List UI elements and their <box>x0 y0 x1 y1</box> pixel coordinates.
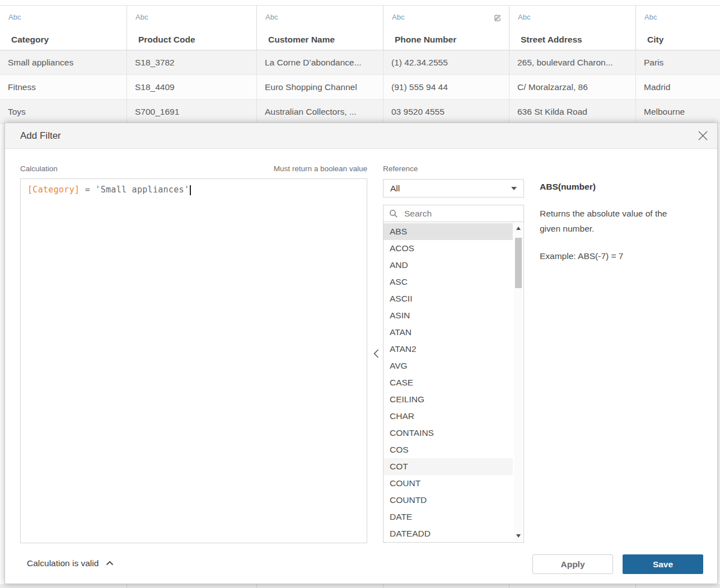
function-list-scrollbar[interactable] <box>514 223 522 541</box>
table-cell: S700_1691 <box>127 100 256 124</box>
table-cell: Small appliances <box>0 50 127 74</box>
grid-column-divider <box>635 584 720 588</box>
table-cell: 03 9520 4555 <box>383 100 509 124</box>
function-item-count[interactable]: COUNT <box>384 475 513 492</box>
function-item-asin[interactable]: ASIN <box>384 307 513 324</box>
table-cell: S18_3782 <box>127 50 256 74</box>
calculation-label-row: Calculation Must return a boolean value <box>20 164 367 173</box>
table-cell: Toys <box>0 100 127 124</box>
reference-label: Reference <box>383 164 418 173</box>
close-button[interactable] <box>696 130 709 142</box>
validation-status-text: Calculation is valid <box>27 558 99 568</box>
function-item-countd[interactable]: COUNTD <box>384 492 513 509</box>
dialog-header: Add Filter <box>5 123 717 149</box>
scrollbar-down-button[interactable] <box>514 532 522 540</box>
column-type-label: Abc <box>518 13 530 21</box>
grid-column-divider <box>127 584 256 588</box>
function-item-acos[interactable]: ACOS <box>384 240 513 257</box>
search-input[interactable] <box>403 208 518 219</box>
column-header-product-code[interactable]: AbcProduct Code <box>127 6 256 50</box>
function-item-char[interactable]: CHAR <box>384 408 513 425</box>
column-type-label: Abc <box>392 13 404 21</box>
table-cell: (91) 555 94 44 <box>383 75 509 99</box>
apply-button[interactable]: Apply <box>532 554 613 574</box>
column-header-label: Phone Number <box>392 35 502 45</box>
calculation-code: [Category] = 'Small appliances' <box>21 179 367 201</box>
code-field-token: [Category] <box>27 185 80 195</box>
column-header-label: Customer Name <box>265 35 376 45</box>
table-cell: Euro Shopping Channel <box>256 75 383 99</box>
table-row[interactable]: FitnessS18_4409Euro Shopping Channel(91)… <box>0 75 720 100</box>
column-header-city[interactable]: AbcCity <box>635 6 720 50</box>
column-header-label: Product Code <box>135 35 250 45</box>
function-item-cot[interactable]: COT <box>384 458 513 475</box>
triangle-up-icon <box>516 227 521 230</box>
function-item-ascii[interactable]: ASCII <box>384 290 513 307</box>
dropdown-selected-value: All <box>390 184 400 194</box>
column-header-category[interactable]: AbcCategory <box>0 6 127 50</box>
function-item-atan[interactable]: ATAN <box>384 324 513 341</box>
function-item-asc[interactable]: ASC <box>384 274 513 290</box>
column-header-label: Street Address <box>518 35 629 45</box>
data-grid-bottom-sliver <box>0 584 720 588</box>
status-collapse-button[interactable] <box>105 560 114 567</box>
close-icon <box>698 130 708 141</box>
table-cell: 636 St Kilda Road <box>509 100 635 124</box>
save-button[interactable]: Save <box>623 554 703 574</box>
text-cursor <box>190 185 191 195</box>
calculation-hint: Must return a boolean value <box>274 164 367 173</box>
dialog-title: Add Filter <box>20 130 61 142</box>
column-header-label: City <box>644 35 713 45</box>
table-cell: Australian Collectors, ... <box>256 100 383 124</box>
table-cell: (1) 42.34.2555 <box>383 50 509 74</box>
table-header-row: AbcCategoryAbcProduct CodeAbcCustomer Na… <box>0 5 720 50</box>
code-rest-token: = 'Small appliances' <box>80 185 189 195</box>
function-item-cos[interactable]: COS <box>384 441 513 458</box>
grid-column-divider <box>256 584 383 588</box>
scrollbar-thumb[interactable] <box>515 238 522 288</box>
function-item-abs[interactable]: ABS <box>384 223 513 240</box>
chevron-left-icon <box>373 348 380 359</box>
grid-column-divider <box>509 584 635 588</box>
chevron-up-icon <box>105 560 114 567</box>
function-list: ABSACOSANDASCASCIIASINATANATAN2AVGCASECE… <box>384 223 523 542</box>
table-cell: Melbourne <box>635 100 720 124</box>
function-example: Example: ABS(-7) = 7 <box>540 251 623 261</box>
column-header-phone-number[interactable]: AbcPhone Number <box>383 6 509 50</box>
column-header-customer-name[interactable]: AbcCustomer Name <box>256 6 383 50</box>
column-header-street-address[interactable]: AbcStreet Address <box>509 6 635 50</box>
collapse-reference-button[interactable] <box>370 346 382 361</box>
table-body: Small appliancesS18_3782La Corne D’abond… <box>0 50 720 124</box>
calculation-label: Calculation <box>20 164 58 173</box>
function-signature: ABS(number) <box>540 182 596 192</box>
function-item-atan2[interactable]: ATAN2 <box>384 341 513 357</box>
column-type-label: Abc <box>265 13 278 21</box>
function-item-case[interactable]: CASE <box>384 374 513 391</box>
scrollbar-up-button[interactable] <box>514 224 522 232</box>
function-item-avg[interactable]: AVG <box>384 357 513 374</box>
column-type-label: Abc <box>135 13 148 21</box>
calculation-editor[interactable]: [Category] = 'Small appliances' <box>20 178 367 543</box>
table-row[interactable]: ToysS700_1691Australian Collectors, ...0… <box>0 100 720 124</box>
data-grid: AbcCategoryAbcProduct CodeAbcCustomer Na… <box>0 5 720 124</box>
triangle-down-icon <box>516 534 521 538</box>
table-cell: 265, boulevard Charon... <box>509 50 635 74</box>
function-item-ceiling[interactable]: CEILING <box>384 391 513 408</box>
edit-field-icon[interactable] <box>493 13 502 22</box>
function-item-contains[interactable]: CONTAINS <box>384 425 513 441</box>
table-cell: C/ Moralzarzal, 86 <box>509 75 635 99</box>
function-item-date[interactable]: DATE <box>384 509 513 525</box>
table-cell: Fitness <box>0 75 127 99</box>
column-type-label: Abc <box>644 13 657 21</box>
table-cell: S18_4409 <box>127 75 256 99</box>
function-item-dateadd[interactable]: DATEADD <box>384 525 513 542</box>
reference-category-dropdown[interactable]: All <box>383 179 524 197</box>
chevron-down-icon <box>511 187 517 190</box>
function-item-and[interactable]: AND <box>384 257 513 274</box>
function-search-box[interactable] <box>383 205 524 222</box>
function-description: Returns the absolute value of the given … <box>540 206 688 236</box>
table-cell: La Corne D’abondance... <box>256 50 383 74</box>
add-filter-dialog: Add Filter Calculation Must return a boo… <box>4 123 718 584</box>
validation-status: Calculation is valid <box>27 558 114 568</box>
table-row[interactable]: Small appliancesS18_3782La Corne D’abond… <box>0 50 720 75</box>
